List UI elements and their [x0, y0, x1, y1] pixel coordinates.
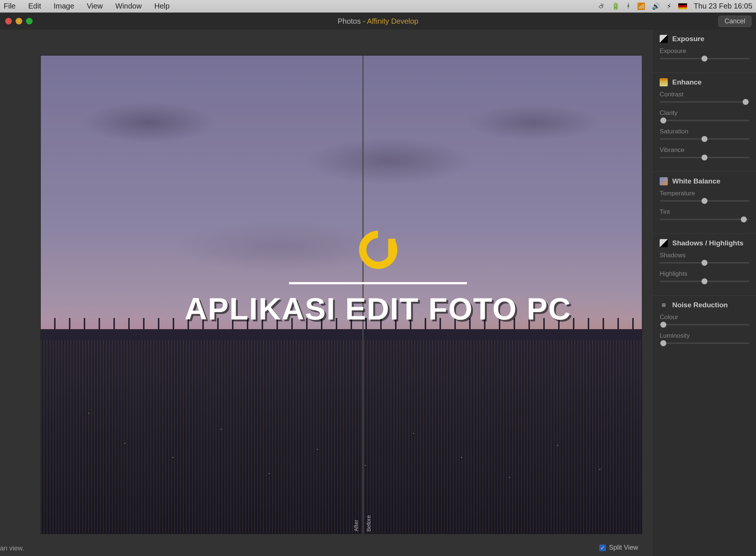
slider[interactable]	[660, 324, 749, 325]
slider[interactable]	[660, 262, 749, 264]
param-label: Contrast	[660, 91, 749, 98]
section-title: Enhance	[672, 78, 702, 86]
slider[interactable]	[660, 120, 749, 121]
slider-thumb[interactable]	[702, 56, 707, 62]
menu-file[interactable]: File	[4, 2, 16, 10]
panel-section: EnhanceContrastClaritySaturationVibrance	[653, 73, 756, 172]
photo-canvas[interactable]: After Before	[41, 56, 642, 534]
cloud-icon[interactable]: ⛅︎	[598, 2, 605, 10]
clock[interactable]: Thu 23 Feb 16:05	[694, 2, 752, 10]
param-label: Clarity	[660, 109, 749, 117]
slider-thumb[interactable]	[741, 216, 747, 222]
wifi-icon[interactable]: 📶	[637, 2, 645, 10]
slider-thumb[interactable]	[660, 322, 666, 328]
section-header[interactable]: Noise Reduction	[660, 301, 749, 309]
param-label: Shadows	[660, 252, 749, 259]
param-row: Shadows	[660, 252, 749, 264]
slider[interactable]	[660, 219, 749, 220]
slider-thumb[interactable]	[743, 99, 749, 105]
slider[interactable]	[660, 157, 749, 158]
slider-thumb[interactable]	[702, 198, 707, 204]
split-view-checkbox[interactable]: ✓ Split View	[599, 544, 638, 552]
slider[interactable]	[660, 138, 749, 140]
maximize-window-button[interactable]	[26, 18, 33, 24]
canvas-area: After Before an view. ✓ Split View	[0, 30, 653, 556]
panel-section: White BalanceTemperatureTint	[653, 172, 756, 234]
param-row: Vibrance	[660, 146, 749, 158]
cancel-button[interactable]: Cancel	[718, 16, 752, 27]
split-divider[interactable]	[362, 56, 364, 534]
section-title: Exposure	[672, 35, 704, 43]
param-label: Exposure	[660, 47, 749, 55]
slider-thumb[interactable]	[702, 278, 707, 284]
param-row: Contrast	[660, 91, 749, 103]
photo-lights	[41, 333, 642, 534]
param-label: Luminosity	[660, 332, 749, 340]
param-row: Highlights	[660, 270, 749, 282]
menu-help[interactable]: Help	[154, 2, 169, 10]
slider-thumb[interactable]	[702, 136, 707, 142]
split-view-label: Split View	[609, 544, 638, 552]
param-label: Saturation	[660, 128, 749, 135]
param-row: Clarity	[660, 109, 749, 121]
section-title: Noise Reduction	[672, 301, 728, 309]
after-label: After	[353, 520, 359, 532]
menu-image[interactable]: Image	[54, 2, 74, 10]
panel-section: Noise ReductionColourLuminosity	[653, 295, 756, 357]
param-label: Colour	[660, 314, 749, 321]
param-row: Temperature	[660, 190, 749, 202]
menu-edit[interactable]: Edit	[28, 2, 41, 10]
menubar-left: File Edit Image View Window Help	[4, 2, 170, 10]
document-title: Photos - Affinity Develop	[338, 17, 418, 26]
titlebar: Photos - Affinity Develop Cancel	[0, 13, 756, 30]
app-mode: Affinity Develop	[367, 17, 418, 25]
doc-name: Photos	[338, 17, 361, 25]
window-controls	[5, 18, 33, 24]
minimize-window-button[interactable]	[16, 18, 22, 24]
ic-exposure-icon	[660, 35, 668, 43]
section-header[interactable]: Shadows / Highlights	[660, 239, 749, 247]
close-window-button[interactable]	[5, 18, 12, 24]
menu-view[interactable]: View	[87, 2, 103, 10]
menu-window[interactable]: Window	[115, 2, 142, 10]
power-icon[interactable]: ⚡︎	[667, 2, 672, 10]
slider-thumb[interactable]	[702, 260, 707, 266]
before-label: Before	[365, 515, 372, 532]
param-row: Colour	[660, 314, 749, 325]
bluetooth-icon[interactable]: ᚼ	[626, 2, 630, 10]
param-label: Vibrance	[660, 146, 749, 154]
param-row: Exposure	[660, 47, 749, 59]
section-title: Shadows / Highlights	[672, 239, 743, 247]
slider-thumb[interactable]	[660, 118, 666, 123]
panel-section: Shadows / HighlightsShadowsHighlights	[653, 234, 756, 295]
workspace: After Before an view. ✓ Split View Expos…	[0, 30, 756, 556]
menubar-right: ⛅︎ 🔋 ᚼ 📶 🔊 ⚡︎ Thu 23 Feb 16:05	[598, 2, 752, 10]
mac-menubar: File Edit Image View Window Help ⛅︎ 🔋 ᚼ …	[0, 0, 756, 13]
slider[interactable]	[660, 281, 749, 282]
ic-nr-icon	[660, 301, 668, 309]
develop-panel: ExposureExposureEnhanceContrastClaritySa…	[653, 30, 756, 556]
slider-thumb[interactable]	[702, 155, 707, 160]
param-row: Luminosity	[660, 332, 749, 344]
section-header[interactable]: White Balance	[660, 177, 749, 185]
slider[interactable]	[660, 101, 749, 103]
slider-thumb[interactable]	[660, 340, 666, 346]
section-header[interactable]: Enhance	[660, 78, 749, 86]
section-header[interactable]: Exposure	[660, 35, 749, 43]
status-text: an view.	[0, 545, 24, 552]
volume-icon[interactable]: 🔊	[652, 2, 660, 10]
slider[interactable]	[660, 200, 749, 202]
param-row: Saturation	[660, 128, 749, 140]
section-title: White Balance	[672, 177, 720, 185]
check-icon: ✓	[599, 545, 606, 551]
battery-icon[interactable]: 🔋	[611, 2, 620, 10]
panel-section: ExposureExposure	[653, 30, 756, 73]
ic-sh-icon	[660, 239, 668, 247]
param-label: Temperature	[660, 190, 749, 197]
slider[interactable]	[660, 58, 749, 59]
ic-enhance-icon	[660, 78, 668, 86]
param-label: Highlights	[660, 270, 749, 278]
slider[interactable]	[660, 342, 749, 344]
flag-de-icon[interactable]	[678, 3, 687, 9]
param-label: Tint	[660, 208, 749, 216]
